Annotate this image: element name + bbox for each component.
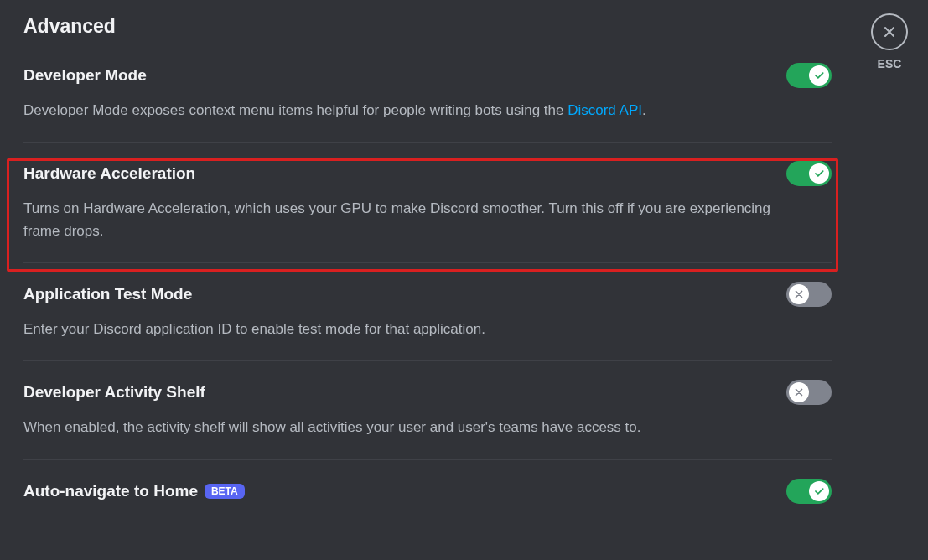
close-button[interactable] [871,13,908,50]
beta-badge: BETA [205,484,245,499]
developer-mode-title: Developer Mode [23,66,147,85]
section-developer-mode: Developer Mode Developer Mode exposes co… [23,63,832,143]
developer-activity-shelf-desc: When enabled, the activity shelf will sh… [23,417,795,438]
application-test-mode-toggle[interactable] [786,282,832,307]
close-icon [881,23,898,40]
hardware-acceleration-toggle[interactable] [786,161,832,186]
section-hardware-acceleration: Hardware Acceleration Turns on Hardware … [23,143,832,263]
application-test-mode-desc: Enter your Discord application ID to ena… [23,319,795,340]
developer-mode-toggle[interactable] [786,63,832,88]
discord-api-link[interactable]: Discord API [568,102,642,118]
auto-navigate-home-title: Auto-navigate to Home [23,482,198,500]
application-test-mode-title: Application Test Mode [23,285,192,303]
hardware-acceleration-desc: Turns on Hardware Acceleration, which us… [23,198,795,242]
close-icon [789,284,809,304]
check-icon [809,65,829,86]
check-icon [809,481,829,501]
developer-activity-shelf-toggle[interactable] [786,380,832,405]
section-auto-navigate-home: Auto-navigate to Home BETA [23,460,832,504]
section-developer-activity-shelf: Developer Activity Shelf When enabled, t… [23,361,832,459]
auto-navigate-home-toggle[interactable] [786,479,832,504]
developer-activity-shelf-title: Developer Activity Shelf [23,383,205,402]
esc-label: ESC [878,57,902,70]
check-icon [809,163,829,184]
close-icon [789,382,809,402]
page-title: Advanced [23,15,832,38]
section-application-test-mode: Application Test Mode Enter your Discord… [23,263,832,361]
hardware-acceleration-title: Hardware Acceleration [23,164,195,183]
developer-mode-desc: Developer Mode exposes context menu item… [23,100,795,122]
